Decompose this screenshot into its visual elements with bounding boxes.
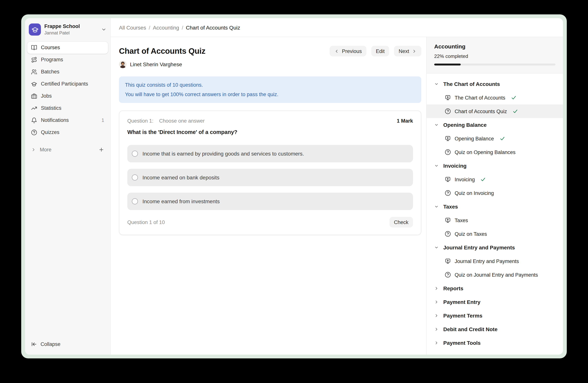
sidebar-item-programs[interactable]: Programs (27, 54, 108, 66)
outline-lesson[interactable]: Taxes (427, 213, 563, 227)
radio-icon[interactable] (132, 198, 138, 204)
question-text: What is the 'Direct Income' of a company… (127, 129, 413, 135)
completed-check-icon (481, 177, 486, 182)
body-row: Chart of Accounts Quiz Previous Edit Nex… (111, 37, 563, 355)
outline-quiz[interactable]: Quiz on Opening Balances (427, 145, 563, 159)
content-wrap: All Courses / Accounting / Chart of Acco… (111, 18, 563, 355)
outline-section-journal-entry[interactable]: Journal Entry and Payments (427, 241, 563, 254)
completed-check-icon (500, 136, 505, 141)
plus-icon[interactable] (99, 147, 104, 153)
sidebar-item-statistics[interactable]: Statistics (27, 102, 108, 114)
briefcase-icon (31, 93, 37, 99)
chevron-down-icon (434, 164, 439, 168)
sidebar-item-certified-participants[interactable]: Certified Participants (27, 78, 108, 90)
question-pagination: Question 1 of 10 (127, 219, 165, 225)
breadcrumb-all-courses[interactable]: All Courses (119, 24, 146, 30)
trending-up-icon (31, 105, 37, 111)
graduation-cap-icon (31, 81, 37, 87)
author-avatar (119, 60, 126, 68)
outline-section-chart-of-accounts[interactable]: The Chart of Accounts (427, 77, 563, 91)
breadcrumb-bar: All Courses / Accounting / Chart of Acco… (111, 18, 563, 37)
outline-section-payment-entry[interactable]: Payment Entry (427, 295, 563, 309)
radio-icon[interactable] (132, 174, 138, 181)
outline-section-payment-terms[interactable]: Payment Terms (427, 309, 563, 323)
monitor-play-icon (445, 95, 451, 101)
outline-quiz-active[interactable]: Chart of Accounts Quiz (427, 104, 563, 118)
sidebar-item-label: Batches (41, 69, 60, 75)
outline-quiz[interactable]: Quiz on Journal Entry and Payments (427, 268, 563, 282)
outline-quiz[interactable]: Quiz on Invoicing (427, 186, 563, 200)
help-circle-icon (445, 190, 451, 196)
collapse-arrow-icon (31, 341, 37, 347)
completed-check-icon (511, 95, 516, 100)
outline-section-opening-balance[interactable]: Opening Balance (427, 118, 563, 132)
sidebar-item-notifications[interactable]: Notifications 1 (27, 114, 108, 126)
bell-icon (31, 117, 37, 123)
chevron-down-icon (434, 245, 439, 250)
outline-section-reports[interactable]: Reports (427, 282, 563, 295)
notice-line: This quiz consists of 10 questions. (125, 80, 415, 90)
author-name: Linet Sherin Varghese (130, 61, 182, 67)
brand-title: Frappe School (44, 23, 80, 30)
outline-section-invoicing[interactable]: Invoicing (427, 159, 563, 172)
check-button[interactable]: Check (389, 217, 413, 228)
chevron-down-icon (434, 204, 439, 209)
brand-user-name: Jannat Patel (44, 30, 80, 36)
course-progress-text: 22% completed (434, 53, 555, 59)
breadcrumb-current: Chart of Accounts Quiz (186, 24, 240, 30)
question-marks: 1 Mark (397, 118, 413, 124)
edit-button[interactable]: Edit (371, 46, 389, 57)
quiz-page: Chart of Accounts Quiz Previous Edit Nex… (111, 37, 426, 355)
next-button[interactable]: Next (394, 46, 421, 57)
sidebar-item-label: Jobs (41, 93, 52, 99)
app-window-frame: Frappe School Jannat Patel Courses Progr… (21, 14, 567, 358)
outline-lesson[interactable]: Invoicing (427, 172, 563, 186)
sidebar-item-quizzes[interactable]: Quizzes (27, 126, 108, 138)
quiz-instructions-banner: This quiz consists of 10 questions. You … (119, 77, 421, 103)
outline-lesson[interactable]: Journal Entry and Payments (427, 254, 563, 268)
workspace-switcher[interactable]: Frappe School Jannat Patel (27, 23, 108, 36)
outline-lesson[interactable]: The Chart of Accounts (427, 91, 563, 104)
outline-quiz[interactable]: Quiz on Taxes (427, 227, 563, 241)
chevron-down-icon (101, 27, 106, 32)
answer-option[interactable]: Income earned on bank deposits (127, 169, 413, 186)
progress-bar (434, 64, 555, 65)
sidebar-item-batches[interactable]: Batches (27, 66, 108, 78)
sidebar-item-label: Statistics (41, 105, 61, 111)
answer-option-label: Income earned on bank deposits (143, 174, 219, 181)
users-icon (31, 69, 37, 75)
sidebar-item-jobs[interactable]: Jobs (27, 90, 108, 102)
outline-lesson[interactable]: Opening Balance (427, 132, 563, 145)
question-card: Question 1: Choose one answer 1 Mark Wha… (119, 111, 421, 235)
course-outline-tree: The Chart of Accounts The Chart of Accou… (427, 74, 563, 350)
sidebar-item-label: Quizzes (41, 129, 60, 135)
help-circle-icon (445, 149, 451, 155)
chevron-right-icon (434, 313, 439, 318)
outline-section-debit-credit-note[interactable]: Debit and Credit Note (427, 323, 563, 336)
breadcrumb-accounting[interactable]: Accounting (153, 24, 179, 30)
outline-section-payment-tools[interactable]: Payment Tools (427, 336, 563, 350)
previous-button[interactable]: Previous (330, 46, 366, 57)
radio-icon[interactable] (132, 151, 138, 157)
page-title: Chart of Accounts Quiz (119, 47, 205, 56)
book-open-icon (31, 44, 37, 51)
sidebar-item-courses[interactable]: Courses (27, 41, 108, 54)
sidebar-collapse-button[interactable]: Collapse (27, 338, 108, 350)
notifications-count-badge: 1 (102, 117, 104, 123)
help-circle-icon (445, 108, 451, 114)
answer-option[interactable]: Income that is earned by providing goods… (127, 145, 413, 162)
question-number-label: Question 1: (127, 118, 153, 124)
answer-option[interactable]: Income earned from investments (127, 193, 413, 210)
sidebar-more-toggle[interactable]: More (27, 144, 108, 155)
question-instruction: Choose one answer (159, 118, 205, 124)
chevron-right-icon (434, 327, 439, 331)
chevron-right-icon (434, 286, 439, 291)
frappe-school-logo-icon (29, 24, 41, 36)
outline-section-taxes[interactable]: Taxes (427, 200, 563, 213)
progress-bar-fill (434, 64, 461, 65)
monitor-play-icon (445, 258, 451, 264)
route-icon (31, 57, 37, 63)
sidebar-more-label: More (40, 147, 52, 153)
chevron-right-icon (434, 300, 439, 304)
monitor-play-icon (445, 135, 451, 142)
